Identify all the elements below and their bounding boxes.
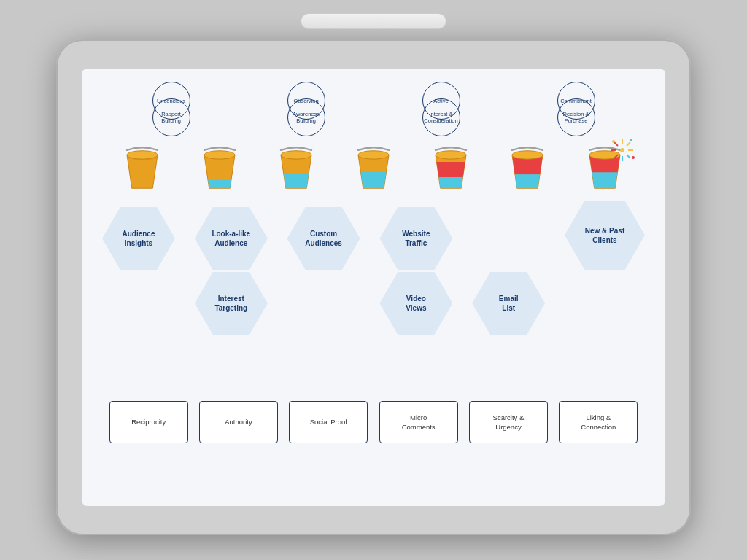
hex-col-4: WebsiteTraffic VideoViews [379, 207, 452, 335]
svg-point-26 [630, 139, 632, 141]
hex-video-views: VideoViews [379, 272, 452, 335]
venn1-bottom-circle: Rapport Building [152, 98, 190, 136]
hex-new-past-clients: New & PastClients [565, 201, 645, 270]
svg-line-21 [614, 142, 618, 146]
svg-line-24 [614, 155, 618, 158]
svg-point-4 [281, 151, 311, 159]
hex-col-6: New & PastClients [565, 201, 645, 341]
confetti-icon [608, 136, 637, 165]
venn-diagrams-row: Unconcious Rapport Building Observing [96, 82, 651, 136]
svg-point-27 [632, 156, 635, 159]
svg-rect-13 [584, 171, 625, 190]
hex-custom-audiences: CustomAudiences [287, 207, 360, 270]
box-scarcity-urgency-label: Scarcity &Urgency [490, 410, 527, 435]
hex-email-list-label: EmailList [493, 294, 525, 313]
stylus [301, 13, 446, 29]
box-social-proof: Social Proof [289, 401, 368, 443]
principle-boxes-row: Reciprocity Authority Social Proof Micro… [96, 344, 651, 497]
hex-interest-targeting-label: InterestTargeting [209, 294, 253, 313]
bucket-7 [584, 147, 626, 192]
hex-col-3: CustomAudiences [287, 207, 360, 335]
box-micro-comments: MicroComments [379, 401, 458, 443]
box-reciprocity-label: Reciprocity [128, 414, 169, 429]
svg-point-12 [512, 151, 543, 159]
hexagon-area: AudienceInsights Look-a-likeAudience Int… [96, 201, 651, 341]
svg-line-23 [627, 142, 630, 146]
svg-rect-3 [276, 173, 317, 190]
hex-lookalike-label: Look-a-likeAudience [206, 229, 256, 248]
hex-website-traffic-label: WebsiteTraffic [396, 229, 436, 248]
box-liking-connection-label: Liking &Connection [578, 410, 619, 435]
svg-point-2 [204, 151, 235, 159]
bucket-6 [506, 147, 549, 192]
hex-col-1: AudienceInsights [102, 207, 175, 335]
hex-audience-insights-label: AudienceInsights [116, 229, 160, 248]
hex-lookalike: Look-a-likeAudience [195, 207, 268, 270]
svg-point-6 [358, 151, 389, 159]
buckets-row [96, 147, 651, 192]
bucket-4 [352, 147, 395, 192]
svg-point-0 [127, 151, 158, 159]
venn-group-4: Commitment Decision & Purchase [518, 82, 635, 136]
ipad-device: Unconcious Rapport Building Observing [56, 39, 691, 535]
venn4-bottom-label: Decision & Purchase [558, 108, 595, 127]
hex-video-views-label: VideoViews [400, 294, 432, 313]
svg-rect-1 [198, 179, 240, 190]
hex-email-list: EmailList [472, 272, 545, 335]
box-scarcity-urgency: Scarcity &Urgency [469, 401, 548, 443]
box-social-proof-label: Social Proof [307, 414, 350, 429]
svg-point-16 [620, 148, 624, 152]
box-liking-connection: Liking &Connection [559, 401, 638, 443]
svg-rect-5 [352, 171, 394, 190]
hex-interest-targeting: InterestTargeting [195, 272, 268, 335]
bucket-5 [430, 147, 472, 192]
svg-rect-7 [430, 176, 471, 190]
venn2-bottom-circle: Awareness Building [287, 98, 325, 136]
svg-rect-8 [430, 162, 471, 177]
box-authority: Authority [199, 401, 278, 443]
venn-group-3: Active Interest & Consideration [383, 82, 500, 136]
box-reciprocity: Reciprocity [109, 401, 188, 443]
venn1-bottom-label: Rapport Building [153, 108, 190, 127]
venn3-bottom-label: Interest & Consideration [421, 108, 460, 127]
svg-line-22 [627, 155, 630, 158]
venn3-bottom-circle: Interest & Consideration [422, 98, 460, 136]
svg-rect-10 [507, 173, 549, 190]
hex-col-2: Look-a-likeAudience InterestTargeting [195, 207, 268, 335]
bucket-3 [275, 147, 317, 192]
ipad-screen: Unconcious Rapport Building Observing [82, 69, 665, 506]
box-authority-label: Authority [222, 414, 255, 429]
bucket-1 [121, 147, 163, 192]
venn2-bottom-label: Awareness Building [288, 108, 325, 127]
hex-custom-audiences-label: CustomAudiences [299, 229, 348, 248]
venn4-bottom-circle: Decision & Purchase [557, 98, 595, 136]
hex-new-past-clients-label: New & PastClients [579, 226, 630, 245]
hex-col-5: EmailList [472, 207, 545, 335]
box-micro-comments-label: MicroComments [399, 410, 438, 435]
bucket-2 [198, 147, 241, 192]
svg-point-9 [436, 151, 466, 159]
hex-website-traffic: WebsiteTraffic [379, 207, 452, 270]
venn-group-1: Unconcious Rapport Building [113, 82, 230, 136]
svg-rect-11 [507, 157, 549, 174]
svg-point-25 [612, 140, 615, 143]
venn-group-2: Observing Awareness Building [248, 82, 365, 136]
hex-audience-insights: AudienceInsights [102, 207, 175, 270]
